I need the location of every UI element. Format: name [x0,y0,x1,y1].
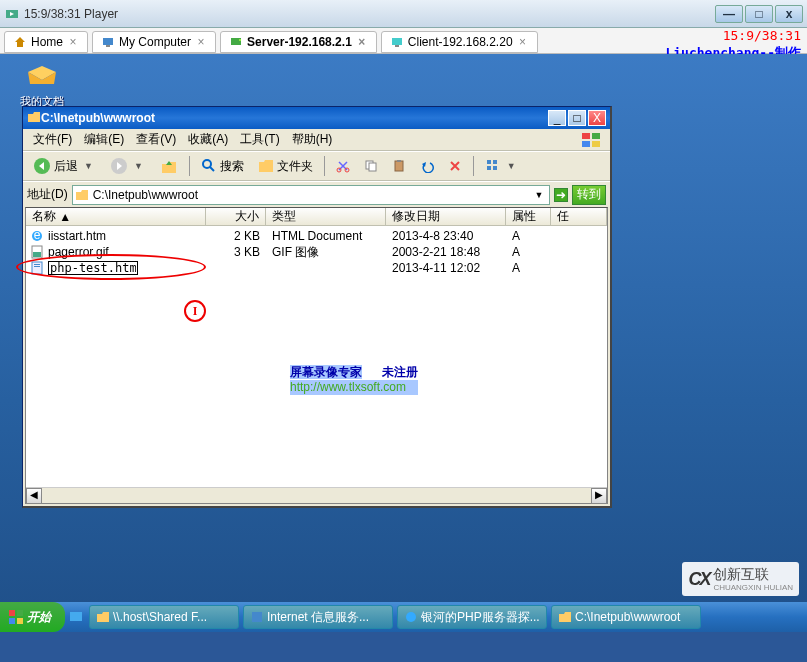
svg-rect-34 [33,252,41,257]
ie-file-icon: e [30,229,44,243]
close-button[interactable]: x [775,5,803,23]
col-task[interactable]: 任 [551,208,607,225]
go-arrow-icon[interactable]: ➜ [554,188,568,202]
scroll-left-icon[interactable]: ◀ [26,488,42,504]
svg-point-18 [203,160,211,168]
logo-overlay: CX 创新互联 CHUANGXIN HULIAN [682,562,799,596]
svg-rect-23 [369,163,376,171]
explorer-title: C:\Inetpub\wwwroot [41,111,546,125]
copy-button[interactable] [358,157,384,175]
delete-button[interactable] [442,157,468,175]
taskbar: 开始 \\.host\Shared F... Internet 信息服务... … [0,602,807,632]
svg-rect-40 [9,618,15,624]
taskbar-button[interactable]: \\.host\Shared F... [89,605,239,629]
back-button[interactable]: 后退 ▼ [27,155,102,177]
search-button[interactable]: 搜索 [195,156,250,177]
address-dropdown-icon[interactable]: ▼ [531,190,547,200]
svg-point-6 [239,39,241,41]
tab-server[interactable]: Server-192.168.2.1 × [220,31,377,53]
menu-tools[interactable]: 工具(T) [234,129,285,150]
go-button[interactable]: 转到 [572,185,606,205]
tab-close-icon[interactable]: × [67,35,79,49]
address-input[interactable]: C:\Inetpub\wwwroot ▼ [72,185,550,205]
forward-button[interactable]: ▼ [104,155,152,177]
home-icon [13,35,27,49]
desktop-icon-mydocs[interactable]: 我的文档 [18,62,66,109]
toolbar-separator [189,156,190,176]
svg-rect-41 [17,618,23,624]
col-modified[interactable]: 修改日期 [386,208,506,225]
col-name[interactable]: 名称 ▲ [26,208,206,225]
file-row-editing[interactable]: 2013-4-11 12:02 A I [26,260,607,276]
svg-rect-9 [582,133,590,139]
file-row[interactable]: pagerror.gif 3 KB GIF 图像 2003-2-21 18:48… [26,244,607,260]
svg-rect-10 [592,133,600,139]
svg-rect-43 [252,612,262,622]
toolbar-separator [324,156,325,176]
col-attr[interactable]: 属性 [506,208,551,225]
folders-button[interactable]: 文件夹 [252,156,319,177]
taskbar-button[interactable]: Internet 信息服务... [243,605,393,629]
up-button[interactable] [154,155,184,177]
svg-rect-28 [493,160,497,164]
svg-rect-39 [17,610,23,616]
horizontal-scrollbar[interactable]: ◀ ▶ [26,487,607,503]
player-icon [4,6,20,22]
remote-desktop: 我的文档 C:\Inetpub\wwwroot _ □ X 文件(F) 编辑(E… [0,54,807,632]
svg-rect-35 [32,262,42,274]
rename-input[interactable] [48,261,138,275]
annotation-cursor: I [184,300,206,322]
explorer-close-button[interactable]: X [588,110,606,126]
tab-close-icon[interactable]: × [356,35,368,49]
search-label: 搜索 [220,158,244,175]
tab-mycomputer[interactable]: My Computer × [92,31,216,53]
undo-button[interactable] [414,157,440,175]
toolbar: 后退 ▼ ▼ 搜索 文件夹 [23,151,610,181]
col-type[interactable]: 类型 [266,208,386,225]
cut-button[interactable] [330,157,356,175]
file-row[interactable]: eiisstart.htm 2 KB HTML Document 2013-4-… [26,228,607,244]
gif-file-icon [30,245,44,259]
computer-icon [101,35,115,49]
svg-rect-24 [395,161,403,171]
tab-client[interactable]: Client-192.168.2.20 × [381,31,538,53]
maximize-button[interactable]: □ [745,5,773,23]
explorer-min-button[interactable]: _ [548,110,566,126]
scroll-track[interactable] [42,488,591,503]
svg-point-44 [406,612,416,622]
svg-marker-2 [15,37,25,47]
scroll-right-icon[interactable]: ▶ [591,488,607,504]
quick-launch[interactable] [65,605,87,629]
tab-close-icon[interactable]: × [195,35,207,49]
explorer-titlebar[interactable]: C:\Inetpub\wwwroot _ □ X [23,107,610,129]
forward-dropdown-icon[interactable]: ▼ [131,161,146,171]
menu-help[interactable]: 帮助(H) [286,129,339,150]
views-dropdown-icon[interactable]: ▼ [504,161,519,171]
tab-close-icon[interactable]: × [517,35,529,49]
windows-flag-icon [580,131,606,149]
file-icon [30,261,44,275]
explorer-max-button[interactable]: □ [568,110,586,126]
menu-edit[interactable]: 编辑(E) [78,129,130,150]
server-icon [229,35,243,49]
menu-file[interactable]: 文件(F) [27,129,78,150]
views-button[interactable]: ▼ [479,156,525,176]
logo-text: 创新互联 [713,566,769,582]
logo-mark: CX [688,569,709,590]
svg-rect-4 [106,45,110,47]
taskbar-button[interactable]: C:\Inetpub\wwwroot [551,605,701,629]
column-headers: 名称 ▲ 大小 类型 修改日期 属性 任 [26,208,607,226]
start-button[interactable]: 开始 [0,602,65,632]
paste-button[interactable] [386,157,412,175]
minimize-button[interactable]: — [715,5,743,23]
menubar: 文件(F) 编辑(E) 查看(V) 收藏(A) 工具(T) 帮助(H) [23,129,610,151]
svg-line-19 [210,167,214,171]
player-titlebar: 15:9/38:31 Player — □ x [0,0,807,28]
col-size[interactable]: 大小 [206,208,266,225]
menu-favorites[interactable]: 收藏(A) [182,129,234,150]
taskbar-button[interactable]: 银河的PHP服务器探... [397,605,547,629]
back-dropdown-icon[interactable]: ▼ [81,161,96,171]
menu-view[interactable]: 查看(V) [130,129,182,150]
svg-rect-12 [592,141,600,147]
tab-home[interactable]: Home × [4,31,88,53]
